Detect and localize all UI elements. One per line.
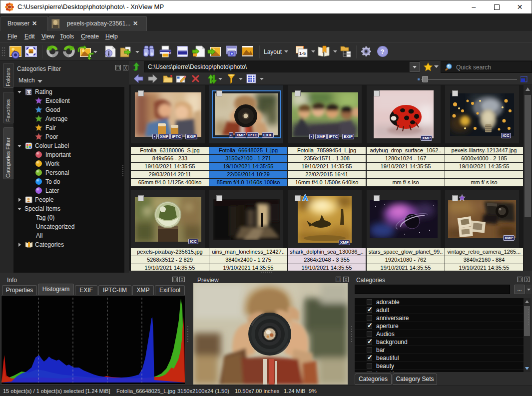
svg-text:1-5: 1-5	[299, 51, 306, 56]
svg-text:1-5: 1-5	[26, 91, 31, 94]
svg-text:?: ?	[381, 48, 385, 55]
